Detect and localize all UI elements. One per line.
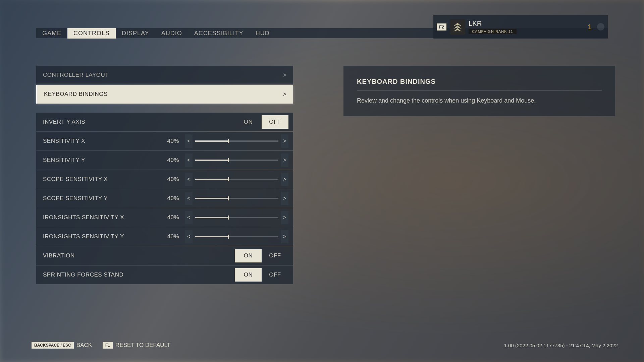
nav-row-label: KEYBOARD BINDINGS: [44, 91, 108, 98]
decrease-button[interactable]: <: [185, 211, 193, 224]
info-title: KEYBOARD BINDINGS: [357, 78, 602, 90]
slider-handle[interactable]: [228, 235, 229, 239]
nav-row-keyboard-bindings[interactable]: KEYBOARD BINDINGS>: [36, 85, 293, 104]
player-name: LKR: [469, 20, 582, 27]
chevron-right-icon: >: [281, 91, 288, 98]
toggle-group: ONOFF: [235, 249, 288, 262]
slider-track[interactable]: [195, 236, 278, 237]
toggle-on[interactable]: ON: [235, 268, 262, 282]
setting-value: 40%: [167, 195, 179, 202]
slider-fill: [195, 160, 228, 161]
player-info: LKR CAMPAIGN RANK 11: [469, 20, 582, 34]
player-rank-label: CAMPAIGN RANK 11: [469, 29, 517, 34]
setting-value: 40%: [167, 157, 179, 164]
settings-panel: CONTROLLER LAYOUT>KEYBOARD BINDINGS>INVE…: [36, 66, 293, 285]
increase-button[interactable]: >: [281, 192, 288, 205]
slider-handle[interactable]: [228, 139, 229, 143]
back-key-chip: BACKSPACE / ESC: [32, 342, 74, 349]
setting-sensitivity-x: SENSITIVITY X40%<>: [36, 132, 293, 150]
svg-marker-2: [453, 28, 462, 32]
toggle-off[interactable]: OFF: [262, 268, 288, 282]
setting-sprinting-forces-stand: SPRINTING FORCES STANDONOFF: [36, 265, 293, 284]
avatar-icon: [597, 23, 604, 31]
slider-track[interactable]: [195, 160, 278, 161]
decrease-button[interactable]: <: [185, 192, 193, 205]
toggle-off[interactable]: OFF: [262, 115, 288, 129]
reset-key-chip: F1: [103, 342, 113, 349]
tab-audio[interactable]: AUDIO: [155, 28, 188, 39]
setting-value: 40%: [167, 138, 179, 144]
nav-row-label: CONTROLLER LAYOUT: [43, 72, 109, 78]
slider-fill: [195, 236, 228, 237]
setting-value: 40%: [167, 214, 179, 221]
decrease-button[interactable]: <: [185, 173, 193, 186]
setting-label: IRONSIGHTS SENSITIVITY Y: [43, 233, 124, 240]
slider-handle[interactable]: [228, 177, 229, 181]
info-description: Review and change the controls when usin…: [357, 97, 602, 104]
setting-invert-y-axis: INVERT Y AXISONOFF: [36, 113, 293, 131]
slider-track[interactable]: [195, 140, 278, 142]
setting-scope-sensitivity-y: SCOPE SENSITIVITY Y40%<>: [36, 189, 293, 208]
setting-label: SCOPE SENSITIVITY X: [43, 176, 108, 183]
increase-button[interactable]: >: [281, 230, 288, 243]
decrease-button[interactable]: <: [185, 230, 193, 243]
setting-scope-sensitivity-x: SCOPE SENSITIVITY X40%<>: [36, 170, 293, 189]
player-card: F2 LKR CAMPAIGN RANK 11 1: [433, 15, 608, 39]
increase-button[interactable]: >: [281, 134, 288, 148]
increase-button[interactable]: >: [281, 154, 288, 167]
setting-label: IRONSIGHTS SENSITIVITY X: [43, 214, 124, 221]
reset-action[interactable]: F1 RESET TO DEFAULT: [103, 342, 170, 349]
setting-label: SENSITIVITY Y: [43, 157, 85, 164]
version-text: 1.00 (2022.05.02.1177735) - 21:47:14, Ma…: [504, 343, 618, 348]
toggle-on[interactable]: ON: [235, 115, 262, 129]
setting-label: SENSITIVITY X: [43, 138, 85, 144]
setting-label: INVERT Y AXIS: [43, 119, 85, 125]
setting-value: 40%: [167, 176, 179, 183]
slider-handle[interactable]: [228, 158, 229, 162]
setting-vibration: VIBRATIONONOFF: [36, 246, 293, 265]
setting-label: SCOPE SENSITIVITY Y: [43, 195, 108, 202]
setting-sensitivity-y: SENSITIVITY Y40%<>: [36, 151, 293, 170]
setting-ironsights-sensitivity-y: IRONSIGHTS SENSITIVITY Y40%<>: [36, 227, 293, 246]
chevron-right-icon: >: [281, 72, 288, 79]
toggle-on[interactable]: ON: [235, 249, 262, 262]
setting-label: SPRINTING FORCES STAND: [43, 272, 123, 278]
tab-hud[interactable]: HUD: [250, 28, 276, 39]
setting-value: 40%: [167, 233, 179, 240]
info-panel: KEYBOARD BINDINGS Review and change the …: [343, 66, 615, 116]
slider-track[interactable]: [195, 217, 278, 218]
reset-label: RESET TO DEFAULT: [115, 342, 170, 349]
tab-game[interactable]: GAME: [36, 28, 67, 39]
setting-label: VIBRATION: [43, 252, 75, 259]
decrease-button[interactable]: <: [185, 134, 193, 148]
increase-button[interactable]: >: [281, 173, 288, 186]
slider-fill: [195, 179, 228, 180]
footer-bar: BACKSPACE / ESC BACK F1 RESET TO DEFAULT…: [32, 342, 618, 349]
slider-track[interactable]: [195, 179, 278, 180]
player-level: 1: [582, 23, 597, 31]
slider-fill: [195, 198, 228, 199]
tab-display[interactable]: DISPLAY: [116, 28, 155, 39]
slider-fill: [195, 217, 228, 218]
toggle-group: ONOFF: [235, 268, 288, 282]
slider-fill: [195, 140, 228, 142]
slider-track[interactable]: [195, 198, 278, 199]
nav-row-controller-layout[interactable]: CONTROLLER LAYOUT>: [36, 66, 293, 84]
slider-handle[interactable]: [228, 196, 229, 200]
setting-ironsights-sensitivity-x: IRONSIGHTS SENSITIVITY X40%<>: [36, 208, 293, 227]
toggle-off[interactable]: OFF: [262, 249, 288, 262]
back-label: BACK: [76, 342, 92, 349]
tab-accessibility[interactable]: ACCESSIBILITY: [188, 28, 250, 39]
slider-handle[interactable]: [228, 216, 229, 220]
toggle-group: ONOFF: [235, 115, 288, 129]
increase-button[interactable]: >: [281, 211, 288, 224]
keyhint-f2: F2: [437, 23, 446, 31]
rank-emblem-icon: [450, 19, 465, 35]
back-action[interactable]: BACKSPACE / ESC BACK: [32, 342, 92, 349]
tab-controls[interactable]: CONTROLS: [67, 28, 116, 39]
decrease-button[interactable]: <: [185, 154, 193, 167]
